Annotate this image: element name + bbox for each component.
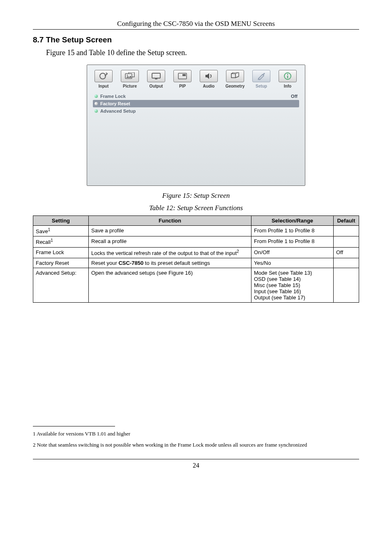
tab-input[interactable]: Input — [91, 70, 116, 88]
pip-icon — [173, 70, 191, 82]
osd-row-advanced-setup[interactable]: Advanced Setup — [93, 107, 299, 115]
th-function: Function — [89, 216, 251, 226]
cell-default: Off — [334, 247, 359, 258]
cell-function: Open the advanced setups (see Figure 16) — [89, 268, 251, 302]
cell-selrange: From Profile 1 to Profile 8 — [251, 236, 334, 247]
figure-caption: Figure 15: Setup Screen — [33, 192, 359, 200]
cell-setting: Advanced Setup: — [33, 268, 89, 302]
osd-row-label: Advanced Setup — [100, 109, 136, 114]
footnote-2: 2 Note that seamless switching is not po… — [33, 440, 359, 449]
cell-function: Locks the vertical refresh rate of the o… — [89, 247, 251, 258]
tab-label: Picture — [123, 84, 137, 88]
tab-label: Info — [284, 84, 291, 88]
osd-row-value: Off — [291, 94, 297, 99]
svg-rect-1 — [125, 74, 132, 79]
cell-setting: Save1 — [33, 226, 89, 236]
running-head: Configuring the CSC-7850 via the OSD MEN… — [33, 20, 359, 30]
tab-label: PIP — [179, 84, 186, 88]
audio-icon — [200, 70, 218, 82]
tab-pip[interactable]: PIP — [170, 70, 195, 88]
section-intro: Figure 15 and Table 10 define the Setup … — [46, 49, 359, 57]
cell-function: Recall a profile — [89, 236, 251, 247]
cell-default — [334, 226, 359, 236]
svg-point-2 — [127, 75, 128, 76]
cell-selrange: From Profile 1 to Profile 8 — [251, 226, 334, 236]
osd-row-frame-lock[interactable]: Frame Lock Off — [93, 93, 299, 100]
osd-row-label: Frame Lock — [100, 94, 126, 99]
osd-row-factory-reset[interactable]: Factory Reset — [93, 100, 299, 107]
cell-setting: Factory Reset — [33, 258, 89, 268]
tab-picture[interactable]: Picture — [118, 70, 142, 88]
section-heading: The Setup Screen — [46, 35, 112, 44]
svg-rect-4 — [155, 79, 157, 79]
tab-label: Output — [150, 84, 163, 88]
osd-row-label: Factory Reset — [100, 101, 130, 106]
section-number: 8.7 — [33, 35, 44, 44]
footnote-rule — [33, 426, 115, 426]
tab-label: Input — [99, 84, 108, 88]
svg-rect-10 — [287, 76, 288, 78]
picture-icon — [121, 70, 139, 82]
footnotes: 1 Available for versions VTB 1.01 and hi… — [33, 426, 359, 450]
cell-default — [334, 236, 359, 247]
input-icon — [95, 70, 113, 82]
svg-rect-7 — [231, 74, 235, 78]
cell-selrange: On/Off — [251, 247, 334, 258]
table-caption: Table 12: Setup Screen Functions — [33, 204, 359, 212]
osd-body: Frame Lock Off Factory Reset Advanced Se… — [87, 91, 305, 185]
bullet-icon — [95, 102, 98, 105]
footnote-1: 1 Available for versions VTB 1.01 and hi… — [33, 429, 359, 438]
functions-table: Setting Function Selection/Range Default… — [33, 215, 359, 303]
bullet-icon — [95, 95, 98, 98]
tab-geometry[interactable]: Geometry — [223, 70, 247, 88]
page-number: 24 — [33, 462, 359, 469]
cell-selrange: Yes/No — [251, 258, 334, 268]
tab-setup[interactable]: Setup — [249, 70, 274, 88]
tab-label: Geometry — [226, 84, 245, 88]
cell-function: Reset your CSC-7850 to its preset defaul… — [89, 258, 251, 268]
table-row: Recall1Recall a profileFrom Profile 1 to… — [33, 236, 359, 247]
svg-point-0 — [100, 73, 106, 79]
cell-default — [334, 258, 359, 268]
svg-rect-3 — [152, 73, 160, 78]
table-header-row: Setting Function Selection/Range Default — [33, 216, 359, 226]
tab-info[interactable]: Info — [275, 70, 300, 88]
geometry-icon — [226, 70, 244, 82]
cell-selrange: Mode Set (see Table 13)OSD (see Table 14… — [251, 268, 334, 302]
tab-label: Audio — [203, 84, 214, 88]
svg-rect-6 — [182, 74, 186, 76]
info-icon — [279, 70, 297, 82]
footer-rule — [33, 459, 359, 459]
tab-audio[interactable]: Audio — [196, 70, 221, 88]
tab-label: Setup — [256, 84, 267, 88]
th-setting: Setting — [33, 216, 89, 226]
bullet-icon — [95, 109, 98, 113]
output-icon — [147, 70, 165, 82]
table-row: Advanced Setup:Open the advanced setups … — [33, 268, 359, 302]
table-row: Factory ResetReset your CSC-7850 to its … — [33, 258, 359, 268]
tab-output[interactable]: Output — [144, 70, 168, 88]
th-default: Default — [334, 216, 359, 226]
osd-tab-row: Input Picture Output PIP — [87, 65, 305, 91]
cell-setting: Frame Lock — [33, 247, 89, 258]
cell-function: Save a profile — [89, 226, 251, 236]
cell-setting: Recall1 — [33, 236, 89, 247]
table-row: Frame LockLocks the vertical refresh rat… — [33, 247, 359, 258]
cell-default — [334, 268, 359, 302]
svg-point-9 — [287, 74, 288, 75]
osd-screenshot: Input Picture Output PIP — [87, 65, 305, 186]
th-selrange: Selection/Range — [251, 216, 334, 226]
section-title: 8.7 The Setup Screen — [33, 35, 359, 44]
table-row: Save1Save a profileFrom Profile 1 to Pro… — [33, 226, 359, 236]
setup-icon — [252, 70, 270, 82]
